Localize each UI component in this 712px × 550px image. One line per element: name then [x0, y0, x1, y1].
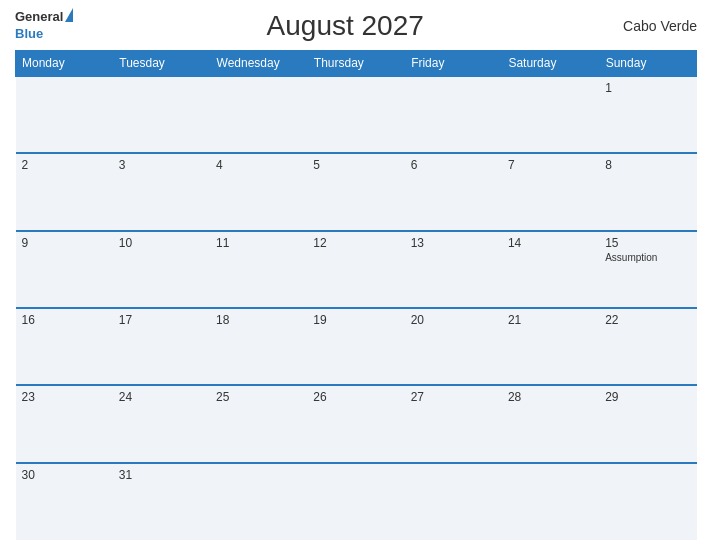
day-event: Assumption: [605, 252, 657, 263]
day-number: 16: [22, 313, 107, 327]
calendar-day-cell: 23: [16, 385, 113, 462]
day-number: 21: [508, 313, 593, 327]
calendar-day-cell: [502, 463, 599, 540]
weekday-saturday: Saturday: [502, 51, 599, 77]
calendar-day-cell: 14: [502, 231, 599, 308]
calendar-week-row: 2345678: [16, 153, 697, 230]
calendar-day-cell: 31: [113, 463, 210, 540]
calendar-week-row: 16171819202122: [16, 308, 697, 385]
day-number: 19: [313, 313, 398, 327]
calendar-day-cell: 16: [16, 308, 113, 385]
calendar-day-cell: [307, 463, 404, 540]
day-number: 5: [313, 158, 398, 172]
calendar-day-cell: 2: [16, 153, 113, 230]
day-number: 7: [508, 158, 593, 172]
day-number: 1: [605, 81, 690, 95]
day-number: 23: [22, 390, 107, 404]
calendar-week-row: 23242526272829: [16, 385, 697, 462]
calendar-day-cell: 12: [307, 231, 404, 308]
day-number: 17: [119, 313, 204, 327]
calendar-week-row: 3031: [16, 463, 697, 540]
calendar-day-cell: 28: [502, 385, 599, 462]
day-number: 24: [119, 390, 204, 404]
calendar-day-cell: 15Assumption: [599, 231, 696, 308]
day-number: 25: [216, 390, 301, 404]
day-number: 11: [216, 236, 301, 250]
calendar-day-cell: 26: [307, 385, 404, 462]
calendar-table: Monday Tuesday Wednesday Thursday Friday…: [15, 50, 697, 540]
calendar-day-cell: 29: [599, 385, 696, 462]
calendar-day-cell: 10: [113, 231, 210, 308]
weekday-sunday: Sunday: [599, 51, 696, 77]
calendar-day-cell: [405, 463, 502, 540]
country-label: Cabo Verde: [617, 18, 697, 34]
day-number: 2: [22, 158, 107, 172]
logo-general-text: General: [15, 10, 63, 24]
calendar-day-cell: 30: [16, 463, 113, 540]
weekday-wednesday: Wednesday: [210, 51, 307, 77]
logo-blue-text: Blue: [15, 26, 43, 41]
calendar-day-cell: 9: [16, 231, 113, 308]
calendar-header: General Blue August 2027 Cabo Verde: [15, 10, 697, 42]
day-number: 10: [119, 236, 204, 250]
calendar-day-cell: 5: [307, 153, 404, 230]
weekday-monday: Monday: [16, 51, 113, 77]
day-number: 8: [605, 158, 690, 172]
calendar-week-row: 1: [16, 76, 697, 153]
weekday-friday: Friday: [405, 51, 502, 77]
calendar-day-cell: 4: [210, 153, 307, 230]
day-number: 22: [605, 313, 690, 327]
calendar-day-cell: 18: [210, 308, 307, 385]
calendar-day-cell: 24: [113, 385, 210, 462]
day-number: 13: [411, 236, 496, 250]
calendar-day-cell: [210, 463, 307, 540]
weekday-thursday: Thursday: [307, 51, 404, 77]
calendar-day-cell: 27: [405, 385, 502, 462]
logo-triangle-icon: [65, 8, 73, 22]
day-number: 15: [605, 236, 690, 250]
calendar-day-cell: 21: [502, 308, 599, 385]
calendar-day-cell: 25: [210, 385, 307, 462]
logo: General Blue: [15, 10, 73, 42]
calendar-day-cell: 22: [599, 308, 696, 385]
calendar-day-cell: [599, 463, 696, 540]
day-number: 3: [119, 158, 204, 172]
calendar-day-cell: [307, 76, 404, 153]
calendar-day-cell: [405, 76, 502, 153]
day-number: 26: [313, 390, 398, 404]
calendar-wrapper: General Blue August 2027 Cabo Verde Mond…: [0, 0, 712, 550]
calendar-day-cell: [16, 76, 113, 153]
day-number: 9: [22, 236, 107, 250]
day-number: 31: [119, 468, 204, 482]
calendar-day-cell: 6: [405, 153, 502, 230]
day-number: 12: [313, 236, 398, 250]
day-number: 14: [508, 236, 593, 250]
calendar-week-row: 9101112131415Assumption: [16, 231, 697, 308]
weekday-tuesday: Tuesday: [113, 51, 210, 77]
calendar-day-cell: [210, 76, 307, 153]
calendar-day-cell: [113, 76, 210, 153]
calendar-day-cell: 17: [113, 308, 210, 385]
calendar-header-row: Monday Tuesday Wednesday Thursday Friday…: [16, 51, 697, 77]
calendar-day-cell: 3: [113, 153, 210, 230]
calendar-day-cell: 13: [405, 231, 502, 308]
calendar-day-cell: 7: [502, 153, 599, 230]
calendar-day-cell: 1: [599, 76, 696, 153]
day-number: 18: [216, 313, 301, 327]
calendar-day-cell: 19: [307, 308, 404, 385]
calendar-day-cell: 20: [405, 308, 502, 385]
calendar-day-cell: 8: [599, 153, 696, 230]
calendar-day-cell: [502, 76, 599, 153]
day-number: 20: [411, 313, 496, 327]
day-number: 4: [216, 158, 301, 172]
day-number: 27: [411, 390, 496, 404]
day-number: 30: [22, 468, 107, 482]
day-number: 6: [411, 158, 496, 172]
day-number: 28: [508, 390, 593, 404]
month-title: August 2027: [73, 10, 617, 42]
calendar-day-cell: 11: [210, 231, 307, 308]
day-number: 29: [605, 390, 690, 404]
calendar-body: 123456789101112131415Assumption161718192…: [16, 76, 697, 540]
